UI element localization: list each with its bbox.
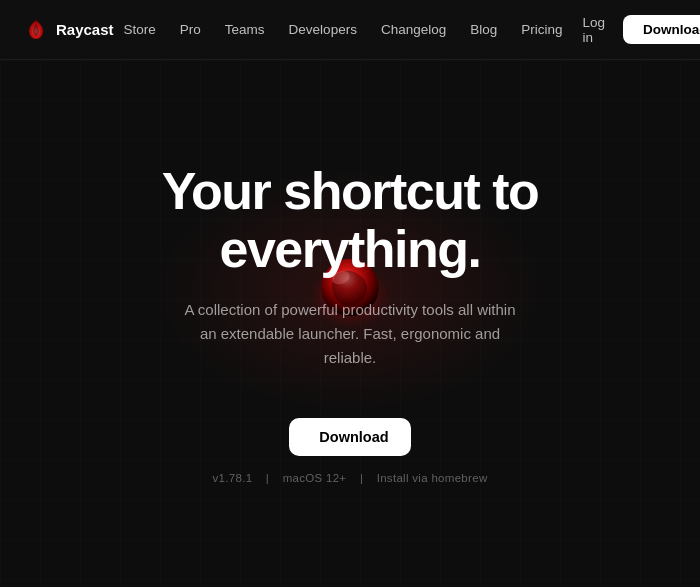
- hero-homebrew: Install via homebrew: [377, 472, 488, 484]
- nav-item-pro[interactable]: Pro: [170, 16, 211, 43]
- nav-item-changelog[interactable]: Changelog: [371, 16, 456, 43]
- logo-link[interactable]: Raycast: [24, 18, 114, 42]
- hero-download-button[interactable]: Download: [289, 418, 410, 456]
- hero-title-line2: everything.: [220, 220, 481, 278]
- nav-item-developers[interactable]: Developers: [279, 16, 367, 43]
- logo-text: Raycast: [56, 21, 114, 38]
- hero-version: v1.78.1: [213, 472, 253, 484]
- hero-meta: v1.78.1 | macOS 12+ | Install via homebr…: [208, 472, 493, 484]
- hero-title-line1: Your shortcut to: [162, 162, 539, 220]
- nav-download-label: Download: [643, 22, 700, 37]
- raycast-logo-icon: [24, 18, 48, 42]
- nav-download-button[interactable]: Download: [623, 15, 700, 44]
- navbar: Raycast Store Pro Teams Developers Chang…: [0, 0, 700, 60]
- hero-cta-label: Download: [319, 429, 388, 445]
- nav-links: Store Pro Teams Developers Changelog Blo…: [114, 16, 573, 43]
- login-link[interactable]: Log in: [573, 9, 616, 51]
- hero-title: Your shortcut to everything.: [162, 163, 539, 277]
- hero-separator-2: |: [360, 472, 367, 484]
- nav-item-teams[interactable]: Teams: [215, 16, 275, 43]
- hero-separator-1: |: [266, 472, 273, 484]
- nav-item-pricing[interactable]: Pricing: [511, 16, 572, 43]
- hero-section: Your shortcut to everything. A collectio…: [0, 60, 700, 587]
- hero-content: Your shortcut to everything. A collectio…: [162, 163, 539, 483]
- hero-subtitle: A collection of powerful productivity to…: [180, 298, 520, 370]
- hero-os: macOS 12+: [283, 472, 347, 484]
- nav-item-store[interactable]: Store: [114, 16, 166, 43]
- nav-right: Log in Download: [573, 9, 700, 51]
- nav-item-blog[interactable]: Blog: [460, 16, 507, 43]
